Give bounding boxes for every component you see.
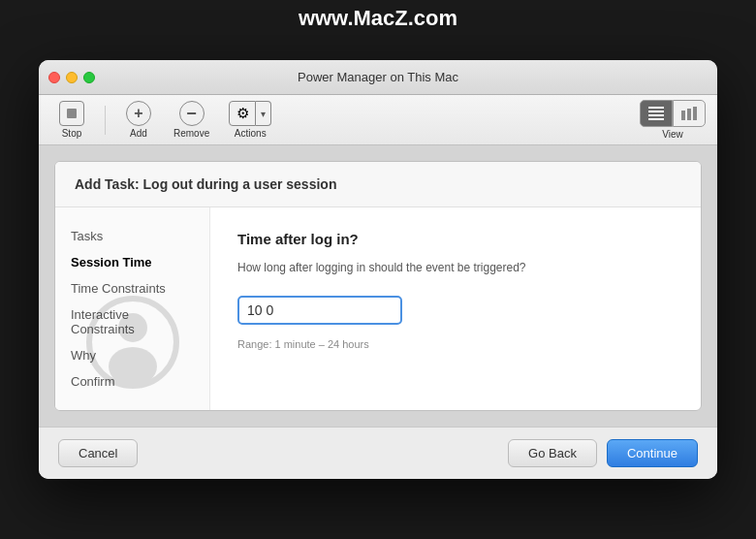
svg-point-10: [109, 347, 157, 386]
titlebar: Power Manager on This Mac: [39, 60, 717, 95]
close-button[interactable]: [48, 72, 60, 83]
chart-view-button[interactable]: [673, 100, 706, 127]
svg-rect-6: [687, 109, 691, 120]
watermark-text: www.MacZ.com: [0, 0, 756, 37]
window-title: Power Manager on This Mac: [298, 70, 458, 84]
main-content: Add Task: Log out during a user session …: [39, 145, 717, 427]
svg-rect-7: [693, 107, 697, 120]
list-view-button[interactable]: [640, 100, 673, 127]
remove-icon: −: [179, 101, 205, 126]
traffic-lights: [48, 72, 95, 83]
svg-point-9: [118, 313, 147, 342]
content-hint: Range: 1 minute – 24 hours: [237, 338, 674, 350]
actions-label: Actions: [235, 128, 267, 139]
svg-rect-5: [681, 111, 685, 120]
stop-button[interactable]: Stop: [50, 97, 93, 143]
stop-icon: [59, 101, 84, 126]
time-input[interactable]: [237, 296, 402, 325]
remove-button[interactable]: − Remove: [168, 97, 215, 143]
maximize-button[interactable]: [83, 72, 95, 83]
go-back-button[interactable]: Go Back: [508, 439, 597, 467]
svg-rect-1: [648, 107, 664, 109]
btn-group-right: Go Back Continue: [508, 439, 698, 467]
svg-rect-0: [67, 109, 77, 118]
dialog-body: Tasks Session Time Time Constraints Inte…: [55, 207, 701, 410]
add-label: Add: [130, 128, 147, 139]
content-subtitle: How long after logging in should the eve…: [237, 261, 674, 274]
nav-sidebar: Tasks Session Time Time Constraints Inte…: [55, 207, 210, 410]
view-group-wrapper: View: [640, 100, 706, 140]
add-button[interactable]: + Add: [117, 97, 160, 143]
dialog-panel: Add Task: Log out during a user session …: [54, 161, 702, 411]
actions-icon-group: ⚙ ▾: [229, 101, 271, 126]
svg-rect-2: [648, 111, 664, 112]
nav-item-session-time[interactable]: Session Time: [71, 253, 194, 271]
minimize-button[interactable]: [66, 72, 78, 83]
app-window: Power Manager on This Mac Stop + Add − R…: [39, 60, 717, 479]
nav-item-tasks[interactable]: Tasks: [71, 227, 194, 245]
separator-1: [105, 106, 106, 135]
content-area: Time after log in? How long after loggin…: [210, 207, 701, 410]
view-label: View: [662, 129, 683, 140]
cancel-button[interactable]: Cancel: [58, 439, 138, 467]
svg-rect-4: [648, 118, 664, 120]
gear-dropdown-icon: ▾: [256, 101, 271, 126]
svg-rect-3: [648, 114, 664, 116]
sidebar-decoration: [84, 294, 181, 391]
view-buttons: [640, 100, 706, 127]
actions-button[interactable]: ⚙ ▾ Actions: [223, 97, 277, 143]
add-icon: +: [126, 101, 151, 126]
remove-label: Remove: [173, 128, 209, 139]
bottom-bar: Cancel Go Back Continue: [39, 427, 717, 479]
view-controls: View: [640, 100, 706, 140]
continue-button[interactable]: Continue: [607, 439, 698, 467]
dialog-header: Add Task: Log out during a user session: [55, 162, 701, 207]
stop-label: Stop: [62, 128, 82, 139]
gear-icon: ⚙: [229, 101, 256, 126]
dialog-title: Add Task: Log out during a user session: [75, 176, 336, 192]
toolbar: Stop + Add − Remove ⚙ ▾ Actions: [39, 95, 717, 145]
content-question: Time after log in?: [237, 231, 674, 247]
